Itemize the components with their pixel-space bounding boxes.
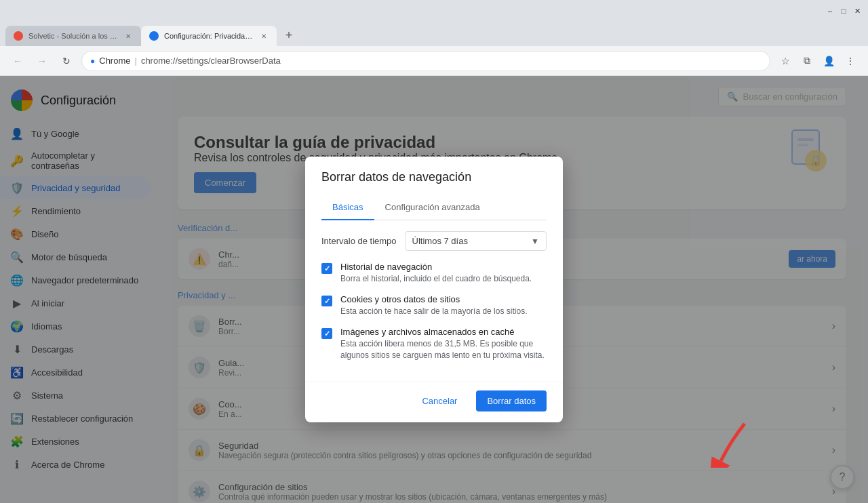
secure-icon: ● xyxy=(90,56,95,66)
tab-2-title: Configuración: Privacidad y segu... xyxy=(164,32,254,40)
cookies-content: Cookies y otros datos de sitios Esta acc… xyxy=(340,294,527,317)
address-bar[interactable]: ● Chrome | chrome://settings/clearBrowse… xyxy=(81,51,770,71)
back-button[interactable]: ← xyxy=(8,52,27,71)
cache-row: ✓ Imágenes y archivos almacenados en cac… xyxy=(321,327,547,361)
cache-checkbox[interactable]: ✓ xyxy=(321,328,332,339)
new-tab-button[interactable]: + xyxy=(279,26,298,45)
address-url: chrome://settings/clearBrowserData xyxy=(141,56,281,66)
dialog-tabs: Básicas Configuración avanzada xyxy=(321,195,547,220)
time-range-label: Intervalo de tiempo xyxy=(321,236,397,246)
time-range-row: Intervalo de tiempo Últimos 7 días ▼ xyxy=(321,231,547,251)
profile-button[interactable]: 👤 xyxy=(819,52,838,71)
checkmark-icon: ✓ xyxy=(324,329,330,338)
maximize-button[interactable]: □ xyxy=(838,5,849,16)
dialog-footer: Cancelar Borrar datos xyxy=(305,382,563,422)
dialog-overlay: Borrar datos de navegación Básicas Confi… xyxy=(0,76,868,503)
dialog-header: Borrar datos de navegación Básicas Confi… xyxy=(305,157,563,220)
time-range-select[interactable]: Últimos 7 días ▼ xyxy=(405,231,547,251)
tab-1[interactable]: Solvetic - Solución a los proble... ✕ xyxy=(5,26,141,46)
tab-1-title: Solvetic - Solución a los proble... xyxy=(28,32,118,40)
cache-title: Imágenes y archivos almacenados en caché xyxy=(340,327,547,337)
dialog-body: Intervalo de tiempo Últimos 7 días ▼ ✓ H… xyxy=(305,220,563,381)
address-separator: | xyxy=(135,56,137,66)
address-chrome-label: Chrome xyxy=(99,56,130,66)
cookies-cb-title: Cookies y otros datos de sitios xyxy=(340,294,527,304)
tab-1-close[interactable]: ✕ xyxy=(123,31,133,41)
menu-button[interactable]: ⋮ xyxy=(841,52,860,71)
cache-content: Imágenes y archivos almacenados en caché… xyxy=(340,327,547,361)
extensions-button[interactable]: ⧉ xyxy=(797,52,816,71)
cache-desc: Esta acción libera menos de 31,5 MB. Es … xyxy=(340,338,547,361)
tab-2-favicon xyxy=(149,31,159,41)
browsing-history-desc: Borra el historial, incluido el del cuad… xyxy=(340,273,532,285)
cookies-cb-desc: Esta acción te hace salir de la mayoría … xyxy=(340,306,527,317)
browsing-history-checkbox[interactable]: ✓ xyxy=(321,263,332,274)
tab-advanced[interactable]: Configuración avanzada xyxy=(374,195,491,220)
dropdown-chevron-icon: ▼ xyxy=(531,237,539,246)
confirm-button[interactable]: Borrar datos xyxy=(476,390,547,411)
nav-bar: ← → ↻ ● Chrome | chrome://settings/clear… xyxy=(0,46,868,76)
minimize-button[interactable]: – xyxy=(825,5,835,16)
clear-browser-data-dialog: Borrar datos de navegación Básicas Confi… xyxy=(305,157,563,422)
main-area: Configuración 👤 Tú y Google 🔑 Autocomple… xyxy=(0,76,868,503)
tabs-bar: Solvetic - Solución a los proble... ✕ Co… xyxy=(0,22,868,46)
cancel-button[interactable]: Cancelar xyxy=(411,390,468,411)
close-button[interactable]: ✕ xyxy=(852,5,863,16)
dialog-title: Borrar datos de navegación xyxy=(321,170,547,184)
reload-button[interactable]: ↻ xyxy=(57,52,76,71)
browsing-history-title: Historial de navegación xyxy=(340,262,532,272)
nav-actions: ☆ ⧉ 👤 ⋮ xyxy=(776,52,860,71)
tab-2[interactable]: Configuración: Privacidad y segu... ✕ xyxy=(141,26,277,46)
tab-2-close[interactable]: ✕ xyxy=(259,31,269,41)
title-bar-controls[interactable]: – □ ✕ xyxy=(825,5,863,16)
browsing-history-content: Historial de navegación Borra el histori… xyxy=(340,262,532,285)
checkmark-icon: ✓ xyxy=(324,264,330,273)
forward-button[interactable]: → xyxy=(33,52,52,71)
cookies-row: ✓ Cookies y otros datos de sitios Esta a… xyxy=(321,294,547,317)
bookmark-button[interactable]: ☆ xyxy=(776,52,795,71)
annotation-arrow xyxy=(711,420,751,470)
tab-basic[interactable]: Básicas xyxy=(321,195,374,220)
browsing-history-row: ✓ Historial de navegación Borra el histo… xyxy=(321,262,547,285)
cookies-checkbox[interactable]: ✓ xyxy=(321,296,332,306)
checkmark-icon: ✓ xyxy=(324,297,330,306)
time-range-value: Últimos 7 días xyxy=(412,236,468,246)
title-bar: – □ ✕ xyxy=(0,0,868,22)
tab-1-favicon xyxy=(14,31,23,41)
